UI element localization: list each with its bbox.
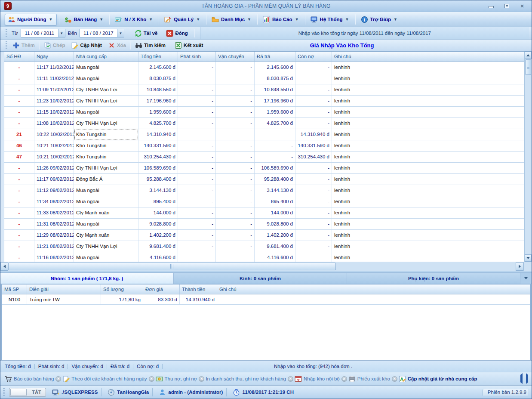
- menu-item-n-x-kho[interactable]: N / X Kho▼: [112, 14, 157, 25]
- detail-tab-1[interactable]: Nhóm: 1 sản phẩm ( 171,8 kg. ): [0, 273, 174, 284]
- action-button-export[interactable]: Kết xuất: [172, 41, 206, 50]
- doc-tab-close-icon[interactable]: ✕: [149, 376, 154, 382]
- cell-đ-tr-: 895.400 đ: [255, 196, 295, 207]
- menu-item-ng-i-d-ng[interactable]: Người Dùng▼: [5, 14, 57, 25]
- doc-tab-5[interactable]: Nhập kho nội bộ✕: [295, 375, 347, 383]
- scroll-left-button[interactable]: [0, 262, 8, 271]
- action-button-edit[interactable]: Cập Nhật: [68, 41, 104, 50]
- doc-tabs-next-button[interactable]: [526, 375, 528, 383]
- table-row[interactable]: -11:31 08/02/2012Mua ngoài9.028.800 đ--9…: [4, 219, 524, 230]
- chevron-down-icon[interactable]: ▼: [58, 29, 65, 37]
- menu-item-danh-m-c[interactable]: Danh Mục▼: [209, 14, 255, 25]
- cell-c-n-n-: -: [295, 196, 332, 207]
- from-date-picker[interactable]: 11 / 08 / 2011 ▼: [21, 29, 65, 37]
- doc-tab-7[interactable]: ACập nhật giá từ nhà cung cấp: [399, 375, 477, 383]
- table-row[interactable]: -11:29 08/02/2012Cty Mạnh xuân1.402.200 …: [4, 230, 524, 241]
- scroll-down-button[interactable]: [525, 254, 532, 262]
- menu-item-label: Trợ Giúp: [370, 17, 391, 22]
- doc-tab-close-icon[interactable]: ✕: [392, 376, 397, 382]
- table-row[interactable]: 4610:21 10/02/2012Kho Tungshin140.331.59…: [4, 140, 524, 152]
- cell-ph-t-sinh: -: [178, 207, 216, 218]
- doc-tabs-prev-button[interactable]: [520, 375, 523, 383]
- table-row[interactable]: -11:08 10/02/2012Cty TNHH Vạn Lợi4.825.7…: [4, 118, 524, 129]
- action-button-label: Xóa: [117, 43, 126, 48]
- table-row[interactable]: -11:09 11/02/2012Cty TNHH Vạn Lợi10.848.…: [4, 84, 524, 96]
- invoice-count-summary: Nhập vào kho tổng: (942) hóa đơn .: [163, 364, 528, 369]
- table-row[interactable]: -11:16 08/02/2012Mua ngoài4.116.600 đ--4…: [4, 252, 524, 262]
- column-header-5[interactable]: Phát sinh: [178, 52, 216, 62]
- column-header-6[interactable]: Vận chuyển: [216, 52, 255, 62]
- to-date-picker[interactable]: 11 / 08 / 2017 ▼: [80, 29, 124, 37]
- doc-tab-close-icon[interactable]: ✕: [341, 376, 347, 382]
- action-button-search[interactable]: Tìm kiếm: [132, 41, 168, 50]
- cell-t-ng-ti-n: 10.848.550 đ: [138, 84, 178, 95]
- menu-item-h-th-ng[interactable]: Hệ Thống▼: [308, 14, 353, 25]
- menu-item-label: Báo Cáo: [272, 17, 292, 22]
- power-toggle[interactable]: TẮT: [9, 388, 46, 397]
- detail-column-header-3[interactable]: Số lượng: [101, 285, 143, 294]
- table-row[interactable]: -11:33 08/02/2012Cty Mạnh xuân144.000 đ-…: [4, 207, 524, 219]
- detail-table-row[interactable]: N100Trắng mờ TW171,80 kg83.300 đ14.310.9…: [2, 294, 530, 305]
- cell-nh-cung-c-p: Cty Mạnh xuân: [74, 207, 138, 218]
- doc-tab-close-icon[interactable]: ✕: [288, 376, 293, 382]
- vertical-scrollbar[interactable]: [524, 52, 532, 262]
- table-row[interactable]: -11:34 08/02/2012Mua ngoài895.400 đ--895…: [4, 196, 524, 207]
- doc-tab-close-icon[interactable]: ✕: [55, 376, 61, 382]
- detail-column-header-6[interactable]: Ghi chú: [217, 285, 530, 294]
- column-header-2[interactable]: Ngày: [34, 52, 74, 62]
- scrollbar-thumb[interactable]: [8, 263, 336, 270]
- table-row[interactable]: -11:17 11/02/2012Mua ngoài2.145.600 đ--2…: [4, 62, 524, 73]
- doc-tab-2[interactable]: Theo dõi các khoản chi hàng ngày✕: [62, 375, 154, 383]
- detail-column-header-2[interactable]: Diễn giải: [27, 285, 101, 294]
- horizontal-scrollbar[interactable]: [0, 262, 532, 271]
- detail-column-header-4[interactable]: Đơn giá: [143, 285, 180, 294]
- cell-ghi-ch-: lenhinh: [332, 140, 524, 151]
- table-row[interactable]: -11:12 09/02/2012Mua ngoài3.144.130 đ--3…: [4, 185, 524, 196]
- detail-tab-2[interactable]: Kính: 0 sản phẩm: [174, 273, 347, 284]
- detail-tabs-dropdown-button[interactable]: [520, 273, 532, 284]
- cell-ph-t-sinh: -: [178, 185, 216, 196]
- table-row[interactable]: -11:21 08/02/2012Cty TNHH Vạn Lợi9.681.4…: [4, 241, 524, 252]
- sales-icon: $: [65, 16, 72, 23]
- scroll-right-button[interactable]: [516, 262, 523, 271]
- doc-tab-3[interactable]: Thu nợ, ghi nợ✕: [156, 375, 205, 383]
- table-row[interactable]: 4710:21 10/02/2012Kho Tungshin310.254.43…: [4, 152, 524, 163]
- table-row[interactable]: -11:23 10/02/2012Cty TNHH Vạn Lợi17.196.…: [4, 96, 524, 107]
- table-row[interactable]: -11:11 11/02/2012Mua ngoài8.030.875 đ--8…: [4, 73, 524, 84]
- minimize-button[interactable]: [488, 3, 495, 9]
- column-header-3[interactable]: Nhà cung cấp: [74, 52, 138, 62]
- table-row[interactable]: -11:15 10/02/2012Mua ngoài1.959.600 đ--1…: [4, 107, 524, 118]
- menu-item-tr-gi-p[interactable]: iTrợ Giúp▼: [358, 14, 401, 25]
- document-tab-bar: Báo cáo bán hàng✕Theo dõi các khoản chi …: [0, 372, 532, 386]
- table-row[interactable]: -11:26 09/02/2012Cty TNHH Vạn Lợi106.589…: [4, 163, 524, 174]
- close-view-button[interactable]: Đóng: [163, 28, 191, 38]
- column-header-8[interactable]: Còn nợ: [295, 52, 332, 62]
- doc-tab-close-icon[interactable]: ✕: [199, 376, 204, 382]
- doc-tab-6[interactable]: Phiếu xuất kho✕: [348, 375, 397, 383]
- column-header-1[interactable]: Số HĐ: [4, 52, 34, 62]
- cell-nh-cung-c-p: Mua ngoài: [74, 62, 138, 73]
- scroll-up-button[interactable]: [525, 52, 532, 59]
- column-header-7[interactable]: Đã trả: [255, 52, 295, 62]
- column-header-4[interactable]: Tổng tiền: [138, 52, 178, 62]
- restore-button[interactable]: [503, 3, 510, 9]
- chevron-down-icon[interactable]: ▼: [117, 29, 124, 37]
- menu-item-b-n-h-ng[interactable]: $Bán Hàng▼: [62, 14, 108, 25]
- doc-tab-1[interactable]: Báo cáo bán hàng✕: [5, 375, 61, 383]
- detail-column-header-1[interactable]: Mã SP: [2, 285, 27, 294]
- close-button[interactable]: ✕: [519, 3, 526, 9]
- statusbar-grip: [3, 388, 5, 396]
- table-row[interactable]: 2110:22 10/02/2012Kho Tungshin14.310.940…: [4, 129, 524, 140]
- column-header-9[interactable]: Ghi chú: [332, 52, 524, 62]
- cell-ng-y: 11:15 10/02/2012: [34, 107, 74, 118]
- scrollbar-thumb[interactable]: [525, 59, 531, 75]
- download-button[interactable]: Tải về: [132, 28, 161, 38]
- detail-column-header-5[interactable]: Thành tiền: [180, 285, 217, 294]
- menu-item-b-o-c-o[interactable]: Báo Cáo▼: [260, 14, 303, 25]
- menu-item-label: Quản Lý: [174, 17, 194, 22]
- menu-item-qu-n-l-[interactable]: Quản Lý▼: [161, 14, 204, 25]
- toggle-knob[interactable]: [10, 389, 27, 396]
- doc-tab-4[interactable]: In danh sách thu, ghi nợ khách hàng✕: [206, 376, 293, 382]
- detail-tab-3[interactable]: Phụ kiện: 0 sản phẩm: [347, 273, 520, 284]
- table-row[interactable]: -11:17 09/02/2012Đông Bắc Á95.288.400 đ-…: [4, 174, 524, 185]
